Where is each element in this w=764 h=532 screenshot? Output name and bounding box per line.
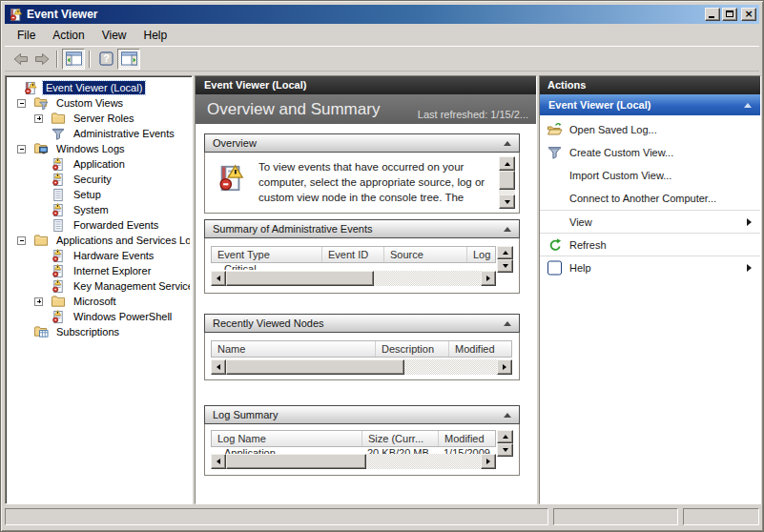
tree-item-administrative-events[interactable]: Administrative Events <box>8 126 190 141</box>
collapse-icon[interactable] <box>17 236 26 245</box>
event-log-icon <box>51 279 66 294</box>
overview-text: To view events that have occurred on you… <box>258 159 494 206</box>
collapse-section-icon[interactable] <box>504 413 511 418</box>
tree-item-system[interactable]: System <box>8 202 190 217</box>
close-button[interactable]: × <box>741 8 756 21</box>
left-arrow-icon <box>217 364 220 370</box>
scrollbar-thumb[interactable] <box>226 271 374 286</box>
tree-item-subscriptions[interactable]: Subscriptions <box>8 324 190 339</box>
admin-events-clipped-row[interactable]: Critical <box>211 263 496 270</box>
log-summary-clipped-row[interactable]: Application 20 KB/20 MB 1/15/2009 <box>211 447 496 454</box>
scroll-right-button[interactable] <box>497 359 512 375</box>
action-create-custom-view[interactable]: Create Custom View... <box>540 141 760 164</box>
tree-item-event-viewer-local[interactable]: Event Viewer (Local) <box>8 80 190 95</box>
title-bar[interactable]: Event Viewer × <box>5 5 759 24</box>
scroll-up-button[interactable] <box>499 156 515 171</box>
overview-section-header[interactable]: Overview <box>204 133 520 153</box>
tree-item-security[interactable]: Security <box>8 172 190 187</box>
scroll-left-button[interactable] <box>211 271 226 286</box>
collapse-icon[interactable] <box>17 145 26 153</box>
log-summary-horizontal-scrollbar[interactable] <box>211 454 496 469</box>
scrollbar-track[interactable] <box>226 454 481 469</box>
scroll-down-button[interactable] <box>497 259 513 273</box>
tree-item-applications-and-services-logs[interactable]: Applications and Services Logs <box>8 233 190 248</box>
column-source[interactable]: Source <box>384 247 467 262</box>
action-import-custom-view[interactable]: Import Custom View... <box>540 164 760 187</box>
collapse-icon[interactable] <box>17 99 26 108</box>
maximize-icon <box>726 10 733 17</box>
log-summary-vertical-scrollbar[interactable] <box>497 430 513 457</box>
help-toolbar-button[interactable] <box>94 49 117 70</box>
scroll-up-button[interactable] <box>497 246 513 259</box>
scrollbar-thumb[interactable] <box>226 359 404 375</box>
collapse-section-icon[interactable] <box>504 141 511 146</box>
menu-help[interactable]: Help <box>135 27 176 45</box>
scrollbar-thumb[interactable] <box>226 454 366 469</box>
tree-item-hardware-events[interactable]: Hardware Events <box>8 248 190 263</box>
actions-group-header[interactable]: Event Viewer (Local) <box>540 94 760 115</box>
close-icon: × <box>742 9 755 20</box>
scroll-right-button[interactable] <box>481 454 496 469</box>
expand-icon[interactable] <box>34 114 43 123</box>
scrollbar-track[interactable] <box>226 271 481 286</box>
action-connect-to-another-computer[interactable]: Connect to Another Computer... <box>540 187 760 210</box>
scroll-down-button[interactable] <box>497 443 513 457</box>
tree-item-microsoft[interactable]: Microsoft <box>8 294 190 309</box>
scroll-down-button[interactable] <box>499 194 515 209</box>
tree-item-windows-logs[interactable]: Windows Logs <box>8 141 190 156</box>
collapse-group-icon[interactable] <box>744 103 752 108</box>
menu-file[interactable]: File <box>9 27 44 45</box>
tree-item-setup[interactable]: Setup <box>8 187 190 202</box>
collapse-section-icon[interactable] <box>504 321 511 326</box>
scroll-left-button[interactable] <box>211 359 226 375</box>
admin-events-section-header[interactable]: Summary of Administrative Events <box>204 219 520 238</box>
column-size[interactable]: Size (Curr... <box>362 431 439 446</box>
event-viewer-window: Event Viewer × File Action View Help Eve… <box>0 0 764 532</box>
menu-view[interactable]: View <box>93 27 135 45</box>
action-view[interactable]: View <box>540 210 760 233</box>
forward-button[interactable] <box>31 50 52 69</box>
column-name[interactable]: Name <box>212 341 376 357</box>
action-refresh[interactable]: Refresh <box>540 233 760 256</box>
tree-item-application[interactable]: Application <box>8 156 190 172</box>
expand-icon[interactable] <box>34 297 43 306</box>
tree-item-internet-explorer[interactable]: Internet Explorer <box>8 263 190 278</box>
column-modified[interactable]: Modified <box>439 431 495 446</box>
scrollbar-track[interactable] <box>226 359 497 375</box>
tree-item-custom-views[interactable]: Custom Views <box>8 95 190 111</box>
status-cell-tertiary <box>683 508 759 525</box>
column-description[interactable]: Description <box>376 341 449 357</box>
tree-item-windows-powershell[interactable]: Windows PowerShell <box>8 309 190 324</box>
minimize-button[interactable] <box>705 8 720 21</box>
scroll-up-button[interactable] <box>497 430 513 443</box>
scrollbar-thumb[interactable] <box>499 171 515 190</box>
show-console-tree-button[interactable] <box>62 49 85 70</box>
column-log[interactable]: Log <box>467 247 495 262</box>
event-log-icon <box>51 173 66 187</box>
column-event-type[interactable]: Event Type <box>212 247 322 262</box>
overview-vertical-scrollbar[interactable] <box>499 156 515 209</box>
maximize-button[interactable] <box>722 8 737 21</box>
back-button[interactable] <box>10 50 31 69</box>
action-help[interactable]: Help <box>540 256 760 278</box>
event-log-icon <box>51 249 66 263</box>
admin-events-horizontal-scrollbar[interactable] <box>211 271 496 286</box>
scroll-right-button[interactable] <box>481 271 496 286</box>
column-modified[interactable]: Modified <box>449 341 511 357</box>
tree-item-server-roles[interactable]: Server Roles <box>8 111 190 126</box>
column-event-id[interactable]: Event ID <box>322 247 384 262</box>
section-overview: Overview To view events that have occurr… <box>204 133 520 214</box>
event-log-icon <box>51 188 66 202</box>
recent-nodes-section-header[interactable]: Recently Viewed Nodes <box>204 314 520 333</box>
admin-events-vertical-scrollbar[interactable] <box>497 246 513 273</box>
scroll-left-button[interactable] <box>211 454 226 469</box>
tree-item-key-management-service[interactable]: Key Management Service <box>8 278 190 294</box>
show-action-pane-button[interactable] <box>117 49 140 70</box>
menu-action[interactable]: Action <box>44 27 93 45</box>
tree-item-forwarded-events[interactable]: Forwarded Events <box>8 217 190 233</box>
recent-nodes-horizontal-scrollbar[interactable] <box>211 359 512 375</box>
log-summary-section-header[interactable]: Log Summary <box>204 405 520 424</box>
action-open-saved-log[interactable]: Open Saved Log... <box>540 118 760 141</box>
collapse-section-icon[interactable] <box>504 227 511 232</box>
column-log-name[interactable]: Log Name <box>212 431 362 446</box>
